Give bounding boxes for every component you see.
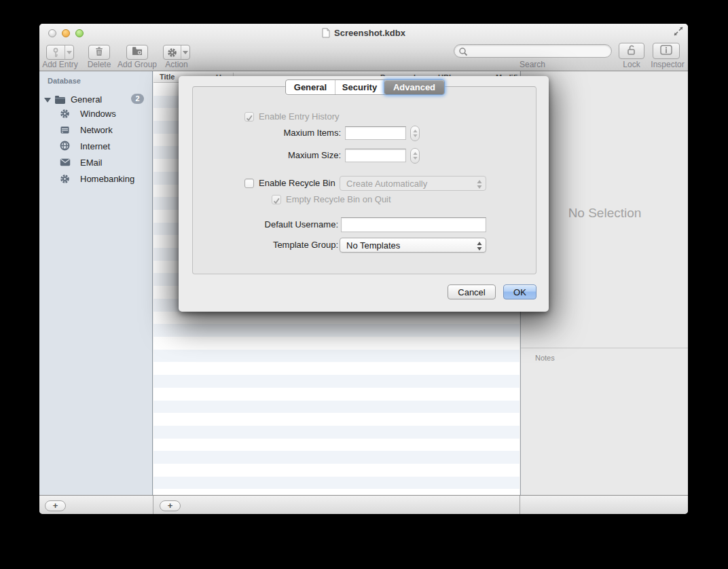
window-title: Screenshot.kdbx (334, 28, 405, 38)
template-group-popup[interactable]: No Templates (340, 238, 486, 253)
add-group-button[interactable] (126, 45, 148, 60)
sidebar-item-network[interactable]: Network (39, 122, 153, 139)
template-group-label: Template Group: (192, 238, 338, 252)
tab-security[interactable]: Security (335, 80, 384, 94)
notes-label: Notes (535, 354, 555, 362)
add-entry-footer-button[interactable]: + (160, 500, 181, 511)
trash-icon (94, 46, 104, 59)
sidebar-item-homebanking[interactable]: Homebanking (39, 171, 153, 187)
info-icon (660, 45, 672, 58)
lock-label: Lock (613, 60, 650, 69)
tab-general[interactable]: General (286, 80, 335, 94)
column-header-title[interactable]: Title (160, 73, 175, 81)
inspector-button[interactable] (653, 43, 680, 59)
count-badge: 2 (131, 94, 144, 104)
lock-button[interactable] (619, 43, 644, 59)
search-field[interactable] (454, 44, 612, 58)
sidebar-item-label: Homebanking (80, 174, 134, 184)
tab-advanced[interactable]: Advanced (384, 80, 444, 94)
checkmark-icon (272, 197, 280, 205)
envelope-icon (60, 158, 71, 168)
popup-arrows-icon (477, 179, 482, 193)
max-size-stepper[interactable] (410, 148, 420, 164)
database-settings-dialog: General Security Advanced Enable Entry H… (179, 76, 549, 312)
search-input[interactable] (469, 45, 605, 56)
max-items-label: Maxium Items: (192, 126, 341, 140)
folder-plus-icon (132, 46, 143, 58)
enable-entry-history-label: Enable Entry History (259, 111, 340, 123)
recycle-mode-popup[interactable]: Create Automatically (340, 176, 486, 191)
max-size-input[interactable] (346, 150, 405, 162)
enable-recycle-bin-label: Enable Recycle Bin (259, 177, 335, 189)
max-items-input[interactable] (346, 128, 405, 140)
folder-icon (54, 94, 66, 107)
max-size-field[interactable] (345, 149, 406, 162)
add-group-label: Add Group (117, 60, 158, 69)
gear-icon (60, 174, 70, 186)
sidebar: Database General 2 Windows Network (39, 71, 153, 495)
disclosure-triangle-icon[interactable] (44, 98, 51, 103)
stepper-up-icon[interactable] (413, 130, 418, 132)
action-dropdown-icon[interactable] (181, 45, 189, 59)
gear-icon (164, 45, 181, 59)
window-title-area: Screenshot.kdbx (39, 26, 688, 41)
settings-tabs: General Security Advanced (285, 79, 445, 95)
stepper-down-icon[interactable] (413, 157, 418, 160)
sidebar-item-email[interactable]: EMail (39, 155, 153, 171)
enable-recycle-bin-checkbox[interactable] (244, 179, 254, 188)
divider (153, 496, 153, 514)
sidebar-item-windows[interactable]: Windows (39, 106, 153, 122)
key-icon (47, 45, 65, 59)
empty-recycle-bin-checkbox[interactable] (272, 195, 281, 204)
default-username-input[interactable] (342, 218, 486, 232)
add-entry-dropdown-icon[interactable] (65, 45, 73, 59)
action-label: Action (156, 60, 197, 69)
ok-button[interactable]: OK (503, 284, 536, 299)
default-username-label: Default Username: (192, 218, 338, 232)
desktop: Screenshot.kdbx (0, 0, 728, 569)
sidebar-item-label: General (71, 94, 102, 105)
gear-icon (60, 109, 70, 121)
sidebar-section-header: Database (48, 77, 81, 85)
cancel-button[interactable]: Cancel (448, 284, 496, 299)
network-icon (60, 125, 70, 137)
bottom-bar: + + (39, 495, 688, 514)
add-group-footer-button[interactable]: + (45, 500, 66, 511)
sidebar-item-label: Windows (80, 109, 116, 119)
max-items-stepper[interactable] (410, 126, 420, 141)
titlebar[interactable]: Screenshot.kdbx (39, 24, 688, 71)
delete-button[interactable] (88, 45, 110, 60)
delete-label: Delete (84, 60, 114, 69)
stepper-down-icon[interactable] (413, 134, 418, 137)
stepper-up-icon[interactable] (413, 152, 418, 155)
recycle-mode-value: Create Automatically (346, 177, 427, 191)
inspector-label: Inspector (646, 60, 688, 69)
document-icon (322, 28, 330, 41)
sidebar-item-label: Internet (80, 141, 110, 151)
fullscreen-icon[interactable] (673, 26, 684, 36)
popup-arrows-icon (477, 241, 482, 255)
enable-entry-history-checkbox[interactable] (244, 112, 254, 122)
sidebar-item-label: EMail (80, 158, 103, 168)
template-group-value: No Templates (346, 239, 400, 253)
checkmark-icon (245, 114, 253, 122)
search-icon (458, 47, 468, 56)
max-size-label: Maxium Size: (192, 149, 341, 162)
sidebar-item-label: Network (80, 125, 113, 135)
empty-recycle-bin-label: Empty Recycle Bin on Quit (286, 194, 391, 206)
default-username-field[interactable] (341, 217, 486, 232)
add-entry-button[interactable] (46, 45, 74, 60)
add-entry-label: Add Entry (41, 60, 79, 69)
search-label: Search (512, 60, 553, 69)
action-button[interactable] (163, 45, 190, 60)
globe-icon (60, 141, 70, 153)
app-window: Screenshot.kdbx (39, 24, 688, 514)
sidebar-item-internet[interactable]: Internet (39, 139, 153, 155)
divider (520, 496, 520, 514)
max-items-field[interactable] (345, 126, 406, 140)
lock-open-icon (626, 44, 637, 58)
inspector-divider (521, 348, 688, 348)
